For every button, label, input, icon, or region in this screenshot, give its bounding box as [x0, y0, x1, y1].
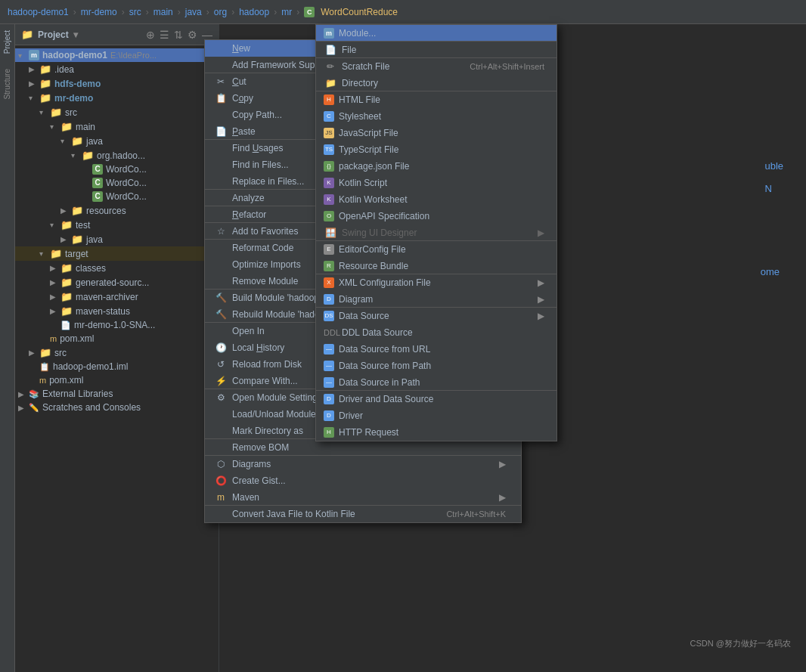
tree-item-resources[interactable]: ▶ 📁 resources — [15, 203, 219, 218]
tree-item-test[interactable]: ▾ 📁 test — [15, 218, 219, 232]
submenu-label-module: Module... — [339, 28, 544, 39]
tree-label-maven-archiver: maven-archiver — [76, 292, 138, 302]
panel-collapse-btn[interactable]: ☰ — [160, 29, 169, 41]
tree-item-maven-archiver[interactable]: ▶ 📁 maven-archiver — [15, 290, 219, 304]
tree-item-hdfs-demo[interactable]: ▶ 📁 hdfs-demo — [15, 76, 219, 91]
tree-item-org-hadoop[interactable]: ▾ 📁 org.hadoo... — [15, 148, 219, 163]
scratch-icon: ✏️ — [29, 403, 39, 413]
submenu-item-datasource-url[interactable]: — Data Source from URL — [316, 341, 556, 358]
tree-item-wordco-1[interactable]: C WordCo... — [15, 163, 219, 176]
breadcrumb-item-5[interactable]: java — [185, 7, 202, 17]
tree-item-hadoop-demo1-iml[interactable]: 📋 hadoop-demo1.iml — [15, 360, 219, 373]
sidebar-item-structure[interactable]: Structure — [2, 66, 13, 103]
submenu-item-datasource-path[interactable]: — Data Source from Path — [316, 358, 556, 374]
panel-settings-btn[interactable]: ⚙ — [188, 29, 197, 41]
folder-icon-resources: 📁 — [71, 205, 83, 216]
jar-icon: 📄 — [60, 321, 71, 330]
breadcrumb-item-3[interactable]: src — [129, 7, 141, 17]
submenu-item-stylesheet[interactable]: C Stylesheet — [316, 108, 556, 125]
tree-item-generated-sources[interactable]: ▶ 📁 generated-sourc... — [15, 275, 219, 290]
panel-sync-btn[interactable]: ⊕ — [146, 29, 155, 41]
tree-item-idea[interactable]: ▶ 📁 .idea — [15, 62, 219, 76]
submenu-item-diagram[interactable]: D Diagram ▶ — [316, 291, 556, 308]
copy-icon: 📋 — [214, 93, 228, 104]
submenu-item-ddl[interactable]: DDL DDL Data Source — [316, 324, 556, 341]
submenu-item-js[interactable]: JS JavaScript File — [316, 125, 556, 141]
menu-item-convert-kotlin[interactable]: Convert Java File to Kotlin File Ctrl+Al… — [205, 506, 521, 522]
submenu-item-ts[interactable]: TS TypeScript File — [316, 141, 556, 158]
tree-item-java-test[interactable]: ▶ 📁 java — [15, 232, 219, 246]
favorites-icon: ☆ — [214, 226, 228, 237]
tree-item-target[interactable]: ▾ 📁 target — [15, 246, 219, 261]
tree-label-src-root: src — [54, 348, 67, 358]
menu-item-maven[interactable]: m Maven ▶ — [205, 489, 521, 506]
submenu-item-kotlin-script[interactable]: K Kotlin Script — [316, 175, 556, 191]
tree-item-mr-demo[interactable]: ▾ 📁 mr-demo — [15, 91, 219, 105]
datasource-path-icon: — — [324, 361, 334, 371]
panel-actions: ⊕ ☰ ⇅ ⚙ — — [146, 29, 212, 41]
menu-item-remove-bom[interactable]: Remove BOM — [205, 439, 521, 456]
submenu-item-openapi[interactable]: O OpenAPI Specification — [316, 208, 556, 225]
submenu-item-driver[interactable]: D Driver — [316, 407, 556, 424]
breadcrumb-item-7[interactable]: hadoop — [239, 7, 269, 17]
submenu-item-scratch[interactable]: ✏ Scratch File Ctrl+Alt+Shift+Insert — [316, 58, 556, 75]
paste-icon: 📄 — [214, 126, 228, 137]
submenu-item-module[interactable]: m Module... — [316, 25, 556, 42]
tree-item-mr-demo-jar[interactable]: 📄 mr-demo-1.0-SNA... — [15, 318, 219, 332]
submenu-item-datasource-in-path[interactable]: — Data Source in Path — [316, 374, 556, 391]
tree-item-scratches[interactable]: ▶ ✏️ Scratches and Consoles — [15, 401, 219, 414]
diagram-icon: D — [324, 294, 334, 305]
tree-item-wordco-3[interactable]: C WordCo... — [15, 190, 219, 203]
sidebar-item-project[interactable]: Project — [2, 27, 13, 57]
swing-icon: 🪟 — [324, 228, 337, 238]
menu-item-diagrams[interactable]: ⬡ Diagrams ▶ — [205, 456, 521, 472]
breadcrumb-item-8[interactable]: mr — [281, 7, 292, 17]
build-icon: 🔨 — [214, 293, 228, 303]
breadcrumb-item-2[interactable]: mr-demo — [81, 7, 117, 17]
tree-item-maven-status[interactable]: ▶ 📁 maven-status — [15, 304, 219, 318]
menu-label-remove-bom: Remove BOM — [232, 442, 506, 453]
submenu-item-xml[interactable]: X XML Configuration File ▶ — [316, 274, 556, 291]
submenu-label-json: package.json File — [339, 161, 544, 172]
submenu-item-http[interactable]: H HTTP Request — [316, 424, 556, 441]
tree-item-classes[interactable]: ▶ 📁 classes — [15, 261, 219, 275]
tree-item-main[interactable]: ▾ 📁 main — [15, 119, 219, 134]
submenu-label-datasource-path: Data Source from Path — [339, 361, 544, 371]
submenu-item-directory[interactable]: 📁 Directory — [316, 75, 556, 91]
tree-item-src-root[interactable]: ▶ 📁 src — [15, 345, 219, 360]
panel-sort-btn[interactable]: ⇅ — [174, 29, 183, 41]
tree-item-external-libs[interactable]: ▶ 📚 External Libraries — [15, 387, 219, 401]
submenu-new: m Module... 📄 File ✏ Scratch File Ctrl+A… — [315, 24, 557, 441]
tree-item-src-1[interactable]: ▾ 📁 src — [15, 105, 219, 119]
submenu-item-datasource[interactable]: DS Data Source ▶ — [316, 308, 556, 324]
right-panel-text-1: uble — [764, 160, 783, 172]
submenu-item-html[interactable]: H HTML File — [316, 91, 556, 108]
tree-item-pom-root[interactable]: m pom.xml — [15, 373, 219, 387]
panel-dropdown-arrow[interactable]: ▾ — [73, 29, 78, 40]
tree-item-pom-mr-demo[interactable]: m pom.xml — [15, 332, 219, 345]
submenu-item-driver-ds[interactable]: D Driver and Data Source — [316, 391, 556, 407]
settings-icon: ⚙ — [214, 392, 228, 403]
breadcrumb-item-4[interactable]: main — [153, 7, 173, 17]
menu-item-create-gist[interactable]: ⭕ Create Gist... — [205, 472, 521, 489]
datasource-url-icon: — — [324, 344, 334, 355]
tree-arrow-mr-demo: ▾ — [29, 94, 39, 102]
submenu-item-resource-bundle[interactable]: R Resource Bundle — [316, 258, 556, 274]
tree-item-wordco-2[interactable]: C WordCo... — [15, 176, 219, 190]
openapi-icon: O — [324, 211, 334, 221]
tree-label-external-libs: External Libraries — [42, 389, 113, 399]
submenu-item-kotlin-worksheet[interactable]: K Kotlin Worksheet — [316, 191, 556, 208]
submenu-item-file[interactable]: 📄 File — [316, 42, 556, 58]
tree-item-hadoop-demo1[interactable]: ▾ m hadoop-demo1 E:\IdeaPro... — [15, 48, 219, 62]
submenu-item-editorconfig[interactable]: E EditorConfig File — [316, 241, 556, 258]
class-icon-c2: C — [92, 178, 103, 188]
submenu-item-json[interactable]: {} package.json File — [316, 158, 556, 175]
tree-item-java-main[interactable]: ▾ 📁 java — [15, 134, 219, 148]
menu-label-maven: Maven — [232, 492, 496, 503]
reload-icon: ↺ — [214, 359, 228, 370]
module-submenu-icon: m — [324, 28, 334, 39]
menu-label-diagrams: Diagrams — [232, 459, 496, 469]
tree-arrow-external-libs: ▶ — [18, 390, 29, 398]
breadcrumb-item-6[interactable]: org — [214, 7, 227, 17]
breadcrumb-item-1[interactable]: hadoop-demo1 — [8, 7, 69, 17]
